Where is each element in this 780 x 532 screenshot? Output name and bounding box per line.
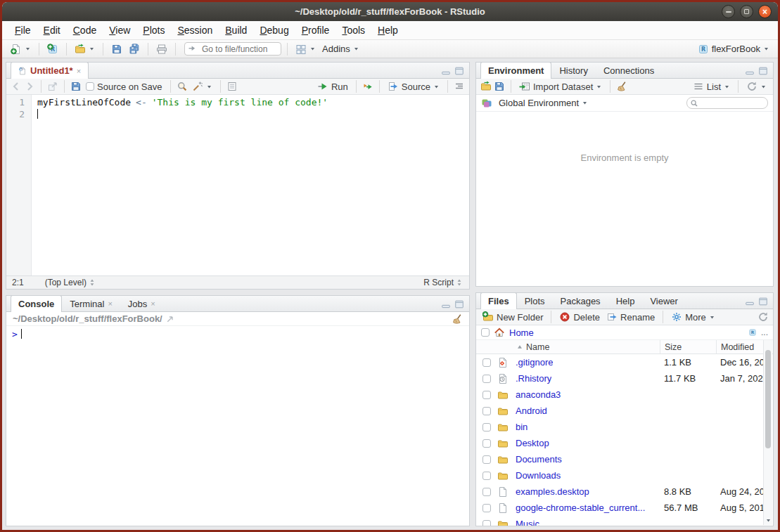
files-pane-tab[interactable]: Files (480, 292, 517, 309)
minimize-pane-icon[interactable] (441, 299, 451, 309)
file-name-link[interactable]: bin (516, 422, 528, 432)
pane-layout-button[interactable] (293, 43, 318, 56)
menu-item[interactable]: View (103, 25, 136, 36)
file-checkbox[interactable] (482, 520, 491, 526)
rename-button[interactable]: Rename (604, 311, 657, 323)
environment-tab[interactable]: History (551, 62, 595, 78)
file-row[interactable]: Documents (476, 451, 764, 467)
print-button[interactable] (154, 43, 170, 56)
file-name-link[interactable]: .Rhistory (516, 373, 551, 384)
save-workspace-icon[interactable] (494, 81, 505, 92)
import-dataset-button[interactable]: Import Dataset (517, 80, 604, 93)
file-type-selector[interactable]: R Script (423, 278, 463, 287)
maximize-pane-icon[interactable] (758, 66, 768, 76)
minimize-window-icon[interactable] (722, 5, 735, 18)
file-name-link[interactable]: Android (516, 406, 547, 416)
code-editor[interactable]: 1 2 myFirstLineOfCode<-'This is my first… (6, 95, 469, 275)
file-checkbox[interactable] (482, 488, 491, 496)
maximize-pane-icon[interactable] (454, 66, 464, 76)
scrollbar-thumb[interactable] (765, 350, 771, 448)
file-row[interactable]: .Rhistory 11.7 KB Jan 7, 2020, (476, 370, 764, 387)
menu-item[interactable]: Build (219, 25, 253, 36)
select-all-checkbox[interactable] (481, 328, 490, 337)
rerun-icon[interactable] (362, 81, 373, 92)
save-all-button[interactable] (127, 43, 142, 56)
menu-item[interactable]: Session (171, 25, 219, 36)
goto-directory-icon[interactable] (166, 315, 174, 323)
files-pane-tab[interactable]: Viewer (642, 292, 686, 309)
file-name-link[interactable]: .gitignore (516, 357, 553, 368)
file-row[interactable]: anaconda3 (476, 387, 764, 403)
menu-item[interactable]: Tools (335, 25, 371, 36)
maximize-pane-icon[interactable] (454, 299, 464, 309)
file-checkbox[interactable] (482, 358, 491, 367)
files-pane-tab[interactable]: Plots (517, 292, 553, 309)
checkbox[interactable] (86, 82, 94, 91)
files-pane-tab[interactable]: Packages (553, 292, 608, 309)
breadcrumb-home-link[interactable]: Home (509, 327, 534, 338)
compile-report-icon[interactable] (226, 81, 238, 92)
menu-item[interactable]: Help (371, 25, 404, 36)
environment-tab[interactable]: Environment (480, 62, 551, 79)
file-row[interactable]: google-chrome-stable_current... 56.7 MB … (476, 500, 764, 516)
close-tab-icon[interactable]: × (151, 299, 155, 308)
scope-selector[interactable]: (Top Level) (45, 278, 96, 287)
new-file-button[interactable] (8, 43, 33, 56)
menu-item[interactable]: Edit (37, 25, 67, 36)
find-replace-icon[interactable] (177, 81, 188, 92)
menu-item[interactable]: Debug (253, 25, 295, 36)
project-selector[interactable]: R flexForBook (696, 43, 772, 56)
minimize-pane-icon[interactable] (745, 66, 755, 76)
minimize-pane-icon[interactable] (745, 297, 755, 306)
menu-item[interactable]: Code (67, 25, 103, 36)
file-checkbox[interactable] (482, 375, 491, 383)
clear-environment-icon[interactable] (616, 81, 627, 92)
delete-button[interactable]: Delete (557, 311, 602, 323)
new-project-button[interactable]: R (45, 43, 60, 56)
environment-tab[interactable]: Connections (596, 62, 662, 78)
minimize-pane-icon[interactable] (441, 66, 451, 76)
forward-icon[interactable] (24, 81, 35, 92)
menu-item[interactable]: Profile (295, 25, 336, 36)
file-row[interactable]: Music (476, 516, 764, 526)
file-checkbox[interactable] (482, 472, 491, 480)
scroll-down-arrow-icon[interactable] (765, 517, 772, 524)
code-tools-button[interactable] (190, 80, 215, 93)
console-tab[interactable]: Terminal × (62, 295, 120, 311)
environment-search-input[interactable] (686, 97, 768, 109)
open-file-button[interactable] (72, 43, 97, 56)
files-pane-tab[interactable]: Help (608, 292, 643, 309)
addins-menu-button[interactable]: Addins (320, 43, 362, 55)
console-tab[interactable]: Console (11, 295, 62, 312)
clear-console-icon[interactable] (452, 313, 463, 325)
file-checkbox[interactable] (482, 504, 491, 512)
file-row[interactable]: Desktop (476, 435, 764, 451)
close-window-icon[interactable]: × (758, 5, 772, 18)
close-tab-icon[interactable]: × (77, 67, 81, 75)
file-row[interactable]: examples.desktop 8.8 KB Aug 24, 2019 (476, 484, 764, 500)
file-checkbox[interactable] (482, 391, 491, 399)
tab-untitled1[interactable]: R Untitled1* × (11, 62, 89, 79)
file-name-link[interactable]: google-chrome-stable_current... (516, 502, 645, 513)
save-button[interactable] (109, 43, 124, 56)
close-tab-icon[interactable]: × (108, 299, 112, 308)
maximize-window-icon[interactable] (740, 5, 753, 18)
file-row[interactable]: Downloads (476, 467, 764, 484)
file-name-link[interactable]: anaconda3 (516, 389, 561, 400)
save-icon[interactable] (70, 81, 82, 92)
file-row[interactable]: .gitignore 1.1 KB Dec 16, 2019 (476, 354, 764, 370)
file-checkbox[interactable] (482, 439, 491, 448)
source-button[interactable]: Source (385, 80, 442, 93)
file-row[interactable]: bin (476, 419, 764, 435)
global-environment-selector[interactable]: Global Environment (497, 97, 590, 109)
goto-file-input[interactable] (184, 42, 281, 56)
back-icon[interactable] (11, 81, 22, 92)
document-outline-icon[interactable] (454, 81, 465, 92)
file-checkbox[interactable] (482, 407, 491, 415)
load-workspace-icon[interactable] (480, 81, 492, 92)
menu-item[interactable]: Plots (136, 25, 171, 36)
run-button[interactable]: Run (315, 80, 350, 93)
file-name-link[interactable]: Music (516, 519, 539, 526)
new-folder-button[interactable]: New Folder (480, 311, 545, 323)
console-tab[interactable]: Jobs × (120, 295, 163, 311)
